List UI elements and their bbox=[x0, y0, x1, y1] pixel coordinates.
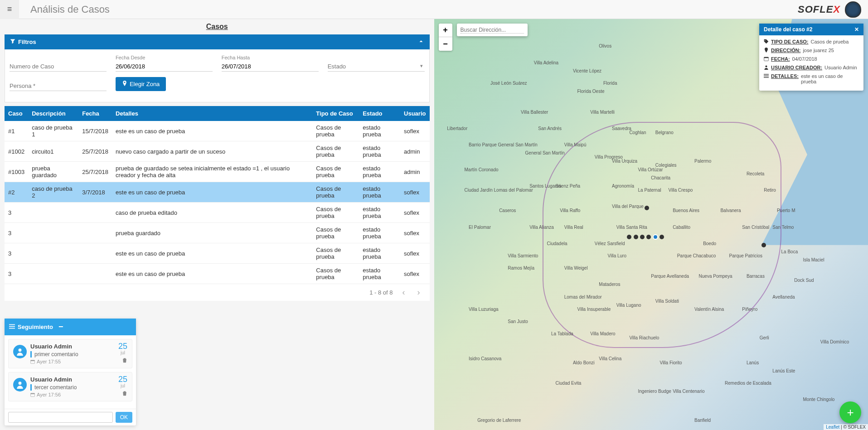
comment-time: Ayer 17:56 bbox=[30, 392, 127, 397]
map-place-label: Agronomía bbox=[612, 184, 634, 188]
map-marker[interactable] bbox=[634, 235, 638, 239]
map-place-label: Villa del Parque bbox=[612, 204, 644, 209]
cases-table: CasoDescripciónFechaDetallesTipo de Caso… bbox=[5, 106, 430, 284]
map-place-label: San Cristóbal bbox=[742, 225, 769, 230]
map-place-label: Villa Fiorito bbox=[659, 360, 682, 365]
menu-toggle[interactable]: ≡ bbox=[0, 0, 19, 19]
map-place-label: Nueva Pompeya bbox=[699, 274, 732, 279]
map-place-label: Villa Insuperable bbox=[577, 307, 611, 312]
map-place-label: Florida Oeste bbox=[577, 89, 604, 94]
list-icon bbox=[764, 73, 769, 79]
map-marker[interactable] bbox=[627, 235, 631, 239]
map-place-label: Barrio Parque General San Martín bbox=[469, 142, 538, 147]
table-row[interactable]: #1003prueba guardado25/7/2018prueba de g… bbox=[5, 162, 430, 182]
col-header[interactable]: Descripción bbox=[28, 106, 78, 121]
persona-input[interactable] bbox=[10, 81, 107, 91]
comment-card: Usuario Admin tercer comentario Ayer 17:… bbox=[8, 372, 132, 401]
seguimiento-header[interactable]: Seguimiento − bbox=[5, 319, 136, 335]
map-marker[interactable] bbox=[646, 235, 651, 239]
filters-panel-header[interactable]: Filtros bbox=[5, 34, 430, 49]
map-place-label: San Justo bbox=[508, 319, 528, 324]
avatar bbox=[13, 378, 27, 391]
comment-user: Usuario Admin bbox=[30, 376, 127, 383]
delete-comment-button[interactable] bbox=[122, 358, 127, 364]
table-row[interactable]: #1002circuito125/7/2018nuevo caso cargad… bbox=[5, 141, 430, 162]
map-place-label: La Boca bbox=[781, 249, 798, 254]
map-place-label: Avellaneda bbox=[772, 295, 795, 300]
table-row[interactable]: 3este es un caso de pruebaCasos de prueb… bbox=[5, 264, 430, 284]
map-place-label: Buenos Aires bbox=[673, 208, 699, 213]
map-place-label: Libertador bbox=[447, 126, 467, 131]
estado-select[interactable] bbox=[328, 61, 425, 72]
map-place-label: Villa Soldati bbox=[655, 299, 679, 304]
table-row[interactable]: #1caso de prueba 115/7/2018este es un ca… bbox=[5, 121, 430, 141]
comment-input[interactable] bbox=[8, 412, 113, 423]
col-header[interactable]: Estado bbox=[359, 106, 400, 121]
col-header[interactable]: Fecha bbox=[78, 106, 112, 121]
close-detail-button[interactable]: ✕ bbox=[854, 26, 859, 33]
map-place-label: Chacarita bbox=[651, 175, 670, 180]
svg-rect-2 bbox=[9, 328, 15, 329]
map-place-label: San Telmo bbox=[772, 225, 794, 230]
col-header[interactable]: Caso bbox=[5, 106, 28, 121]
map-place-label: José León Suárez bbox=[490, 81, 527, 86]
prev-page-button[interactable]: ‹ bbox=[400, 288, 408, 297]
table-row[interactable]: 3caso de prueba editadoCasos de pruebaes… bbox=[5, 203, 430, 223]
map-place-label: Belgrano bbox=[655, 130, 674, 135]
map-place-label: Parque Chacabuco bbox=[677, 253, 716, 258]
next-page-button[interactable]: › bbox=[415, 288, 423, 297]
map-marker[interactable] bbox=[645, 206, 649, 210]
map-place-label: Villa Alianza bbox=[529, 225, 554, 230]
col-header[interactable]: Detalles bbox=[112, 106, 312, 121]
map-place-label: Villa Lugano bbox=[616, 303, 641, 308]
map-place-label: Aldo Bonzi bbox=[573, 360, 595, 365]
map-place-label: Villa Celina bbox=[599, 356, 621, 361]
map-place-label: Villa Adelina bbox=[534, 60, 558, 65]
col-header[interactable]: Usuario bbox=[400, 106, 429, 121]
zoom-out-button[interactable]: − bbox=[439, 37, 452, 51]
map-place-label: Villa Maipú bbox=[564, 142, 587, 147]
svg-point-6 bbox=[19, 382, 22, 385]
user-icon bbox=[764, 65, 769, 71]
map-place-label: Lanús bbox=[747, 360, 759, 365]
elegir-zona-button[interactable]: Elegir Zona bbox=[116, 77, 166, 91]
comment-time: Ayer 17:55 bbox=[30, 359, 127, 364]
filter-icon bbox=[10, 39, 15, 45]
svg-rect-0 bbox=[9, 324, 15, 325]
zoom-in-button[interactable]: + bbox=[439, 24, 452, 37]
add-case-fab[interactable]: + bbox=[839, 401, 861, 423]
map-place-label: Piñeyro bbox=[742, 307, 757, 312]
map-marker[interactable] bbox=[659, 235, 664, 239]
detail-row: DIRECCIÓN: jose juarez 25 bbox=[764, 48, 859, 53]
map-place-label: Monte Chingolo bbox=[803, 397, 834, 402]
map-place-label: General San Martín bbox=[525, 150, 565, 155]
map-place-label: Puerto M bbox=[777, 208, 795, 213]
map-marker[interactable] bbox=[653, 234, 658, 240]
svg-point-11 bbox=[765, 65, 767, 67]
leaflet-link[interactable]: Leaflet bbox=[826, 425, 839, 430]
page-title: Análisis de Casos bbox=[30, 4, 798, 15]
col-header[interactable]: Tipo de Caso bbox=[312, 106, 359, 121]
comment-card: Usuario Admin primer comentario Ayer 17:… bbox=[8, 339, 132, 368]
table-row[interactable]: 3este es un caso de pruebaCasos de prueb… bbox=[5, 243, 430, 264]
map-place-label: Parque Patricios bbox=[729, 253, 762, 258]
table-row[interactable]: #2caso de prueba 23/7/2018este es un cas… bbox=[5, 182, 430, 203]
map-place-label: Dock Sud bbox=[794, 278, 814, 283]
map-place-label: Villa Raffo bbox=[560, 208, 580, 213]
minimize-icon[interactable]: − bbox=[58, 322, 63, 332]
delete-comment-button[interactable] bbox=[122, 391, 127, 397]
comment-submit-button[interactable]: OK bbox=[116, 412, 132, 423]
map-marker[interactable] bbox=[640, 235, 645, 239]
numero-caso-input[interactable] bbox=[10, 61, 107, 72]
fecha-hasta-input[interactable] bbox=[222, 61, 319, 72]
fecha-desde-input[interactable] bbox=[116, 61, 213, 72]
map-place-label: Ramos Mejía bbox=[508, 266, 534, 271]
map-place-label: Olivos bbox=[599, 43, 611, 48]
map-marker[interactable] bbox=[761, 243, 766, 247]
table-row[interactable]: 3prueba guardadoCasos de pruebaestado pr… bbox=[5, 223, 430, 243]
map-place-label: Valentín Alsina bbox=[694, 307, 724, 312]
map-place-label: Martín Coronado bbox=[465, 167, 499, 172]
map-place-label: Boedo bbox=[703, 241, 716, 246]
section-title: Casos bbox=[5, 23, 430, 31]
map-search-input[interactable] bbox=[461, 27, 524, 34]
